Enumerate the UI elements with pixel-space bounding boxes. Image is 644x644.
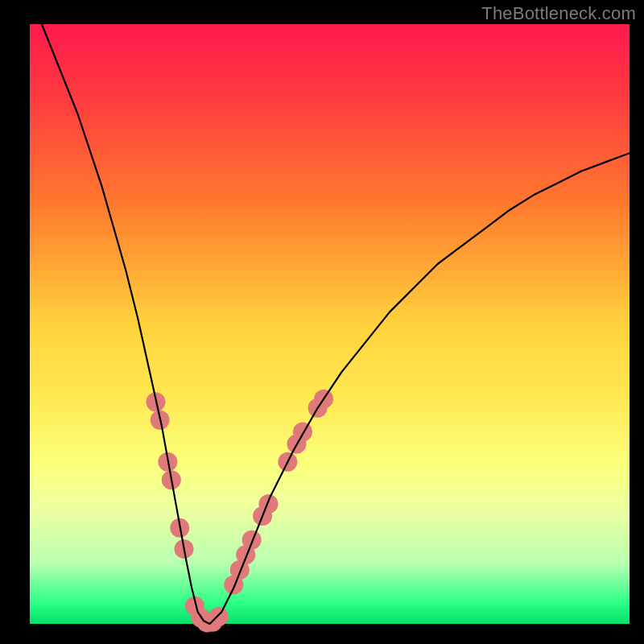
bottleneck-chart xyxy=(0,0,644,644)
highlight-dot xyxy=(242,530,262,550)
highlight-dot xyxy=(209,607,229,626)
highlight-dot xyxy=(293,423,312,442)
chart-container: TheBottleneck.com xyxy=(0,0,644,644)
plot-background xyxy=(30,24,630,624)
attribution-watermark: TheBottleneck.com xyxy=(481,3,636,24)
highlight-dot xyxy=(259,494,279,514)
